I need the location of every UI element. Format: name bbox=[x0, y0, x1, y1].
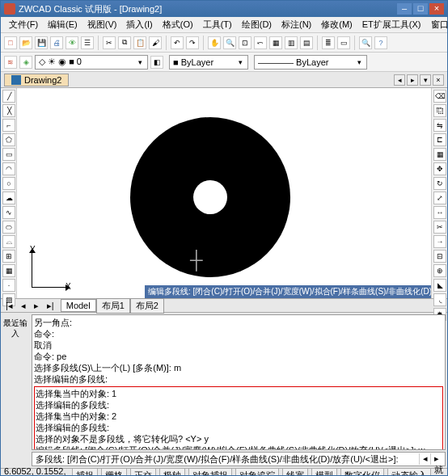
drawing-canvas[interactable]: ┼ YX 编辑多段线: [闭合(C)/打开(O)/合并(J)/宽度(W)/拟合(… bbox=[17, 88, 431, 298]
menu-tools[interactable]: 工具(T) bbox=[198, 17, 237, 32]
doc-tab-drawing2[interactable]: Drawing2 bbox=[4, 74, 69, 86]
offset-icon[interactable]: ⊏ bbox=[433, 133, 446, 146]
block-icon[interactable]: ▦ bbox=[2, 264, 15, 277]
model-toggle[interactable]: 模型 bbox=[311, 468, 337, 476]
mirror-icon[interactable]: ⇋ bbox=[433, 119, 446, 132]
save-icon[interactable]: 💾 bbox=[35, 36, 48, 49]
tab-prev-icon[interactable]: ◂ bbox=[394, 74, 405, 86]
menu-file[interactable]: 文件(F) bbox=[4, 17, 43, 32]
close-button[interactable]: × bbox=[429, 3, 444, 15]
menu-format[interactable]: 格式(O) bbox=[158, 17, 198, 32]
copy-icon[interactable]: ⧉ bbox=[118, 36, 131, 49]
tool-c-icon[interactable]: ▤ bbox=[300, 36, 313, 49]
polygon-icon[interactable]: ⬠ bbox=[2, 133, 15, 146]
calc-icon[interactable]: ▭ bbox=[337, 36, 350, 49]
erase-icon[interactable]: ⌫ bbox=[433, 90, 446, 103]
menu-draw[interactable]: 绘图(D) bbox=[237, 17, 277, 32]
tablet-toggle[interactable]: 数字化仪 bbox=[340, 468, 384, 476]
line-icon[interactable]: ╱ bbox=[2, 90, 15, 103]
command-input[interactable]: 多段线: [闭合(C)/打开(O)/合并(J)/宽度(W)/拟合(F)/样条曲线… bbox=[32, 452, 446, 466]
array-icon[interactable]: ▦ bbox=[433, 148, 446, 161]
polar-toggle[interactable]: 极轴 bbox=[159, 468, 185, 476]
sheet-first-icon[interactable]: |◂ bbox=[4, 301, 15, 311]
cmd-scroll-left-icon[interactable]: ◂ bbox=[419, 453, 430, 465]
trim-icon[interactable]: ✂ bbox=[433, 221, 446, 234]
matchprop-icon[interactable]: 🖌 bbox=[149, 36, 162, 49]
command-history[interactable]: 另一角点: 命令: 取消 命令: pe 选择多段线(S)\上一个(L) [多条(… bbox=[32, 314, 446, 450]
new-icon[interactable]: □ bbox=[4, 36, 17, 49]
menu-et[interactable]: ET扩展工具(X) bbox=[357, 17, 426, 32]
linetype-dropdown[interactable]: ———— ByLayer▾ bbox=[254, 55, 367, 70]
join-icon[interactable]: ⊕ bbox=[433, 264, 446, 277]
app-icon bbox=[4, 3, 15, 15]
tab-model[interactable]: Model bbox=[61, 299, 96, 312]
otrack-toggle[interactable]: 对象追踪 bbox=[235, 468, 279, 476]
sheet-prev-icon[interactable]: ◂ bbox=[19, 301, 27, 311]
grid-toggle[interactable]: 栅格 bbox=[101, 468, 127, 476]
zoom-rt-icon[interactable]: 🔍 bbox=[223, 36, 236, 49]
tab-layout1[interactable]: 布局1 bbox=[96, 298, 130, 314]
layer-manager-icon[interactable]: ≋ bbox=[4, 56, 17, 69]
rotate-icon[interactable]: ↻ bbox=[433, 177, 446, 190]
layer-dropdown[interactable]: ◇ ☀ ◉ ■ 0▾ bbox=[35, 55, 148, 70]
tab-next-icon[interactable]: ▸ bbox=[407, 74, 418, 86]
circle-icon[interactable]: ○ bbox=[2, 177, 15, 190]
find-icon[interactable]: 🔍 bbox=[359, 36, 372, 49]
break-icon[interactable]: ⊟ bbox=[433, 250, 446, 263]
menu-edit[interactable]: 编辑(E) bbox=[43, 17, 82, 32]
copy2-icon[interactable]: ⿻ bbox=[433, 104, 446, 117]
tool-b-icon[interactable]: ▥ bbox=[285, 36, 298, 49]
ellipsearc-icon[interactable]: ⌓ bbox=[2, 235, 15, 248]
cut-icon[interactable]: ✂ bbox=[103, 36, 116, 49]
revcloud-icon[interactable]: ☁ bbox=[2, 192, 15, 204]
pline-icon[interactable]: ⌐ bbox=[2, 119, 15, 132]
extend-icon[interactable]: → bbox=[433, 235, 446, 248]
point-icon[interactable]: · bbox=[2, 279, 15, 292]
menu-window[interactable]: 窗口(W) bbox=[426, 17, 448, 32]
stretch-icon[interactable]: ↔ bbox=[433, 206, 446, 219]
print-icon[interactable]: 🖨 bbox=[50, 36, 63, 49]
sheet-next-icon[interactable]: ▸ bbox=[32, 301, 40, 311]
ellipse-icon[interactable]: ⬭ bbox=[2, 221, 15, 234]
sheet-last-icon[interactable]: ▸| bbox=[45, 301, 56, 311]
publish-icon[interactable]: ☰ bbox=[81, 36, 94, 49]
chamfer-icon[interactable]: ◣ bbox=[433, 279, 446, 292]
ortho-toggle[interactable]: 正交 bbox=[130, 468, 156, 476]
tab-layout2[interactable]: 布局2 bbox=[130, 298, 164, 314]
open-icon[interactable]: 📂 bbox=[19, 36, 32, 49]
properties-icon[interactable]: ≣ bbox=[322, 36, 335, 49]
menu-insert[interactable]: 插入(I) bbox=[121, 17, 157, 32]
tab-close-icon[interactable]: × bbox=[433, 74, 444, 86]
rectangle-icon[interactable]: ▭ bbox=[2, 148, 15, 161]
arc-icon[interactable]: ◠ bbox=[2, 162, 15, 175]
dyn-toggle[interactable]: 动态输入 bbox=[387, 468, 431, 476]
menu-dimension[interactable]: 标注(N) bbox=[277, 17, 316, 32]
pan-icon[interactable]: ✋ bbox=[208, 36, 221, 49]
insert-icon[interactable]: ⊞ bbox=[2, 250, 15, 263]
color-dropdown[interactable]: ■ ByLayer▾ bbox=[169, 55, 248, 70]
redo-icon[interactable]: ↷ bbox=[186, 36, 199, 49]
undo-icon[interactable]: ↶ bbox=[171, 36, 184, 49]
move-icon[interactable]: ✥ bbox=[433, 162, 446, 175]
zoom-prev-icon[interactable]: ⤺ bbox=[254, 36, 267, 49]
maximize-button[interactable]: □ bbox=[413, 3, 428, 15]
layer-state-icon[interactable]: ◈ bbox=[19, 56, 32, 69]
help-icon[interactable]: ? bbox=[374, 36, 387, 49]
scale-icon[interactable]: ⤢ bbox=[433, 192, 446, 204]
zoom-window-icon[interactable]: ⊡ bbox=[239, 36, 251, 49]
highlighted-commands: 选择集当中的对象: 1 选择编辑的多段线: 选择集当中的对象: 2 选择编辑的多… bbox=[34, 386, 443, 450]
menu-view[interactable]: 视图(V) bbox=[82, 17, 122, 32]
snap-toggle[interactable]: 捕捉 bbox=[72, 468, 98, 476]
spline-icon[interactable]: ∿ bbox=[2, 206, 15, 219]
tool-a-icon[interactable]: ▦ bbox=[269, 36, 282, 49]
minimize-button[interactable]: – bbox=[397, 3, 412, 15]
preview-icon[interactable]: 👁 bbox=[66, 36, 78, 49]
layer-prev-icon[interactable]: ◧ bbox=[150, 56, 163, 69]
fillet-icon[interactable]: ◟ bbox=[433, 293, 446, 306]
lwt-toggle[interactable]: 线宽 bbox=[282, 468, 308, 476]
xline-icon[interactable]: ╳ bbox=[2, 104, 15, 117]
tab-menu-icon[interactable]: ▾ bbox=[420, 74, 431, 86]
osnap-toggle[interactable]: 对象捕捉 bbox=[188, 468, 232, 476]
paste-icon[interactable]: 📋 bbox=[133, 36, 146, 49]
menu-modify[interactable]: 修改(M) bbox=[316, 17, 357, 32]
